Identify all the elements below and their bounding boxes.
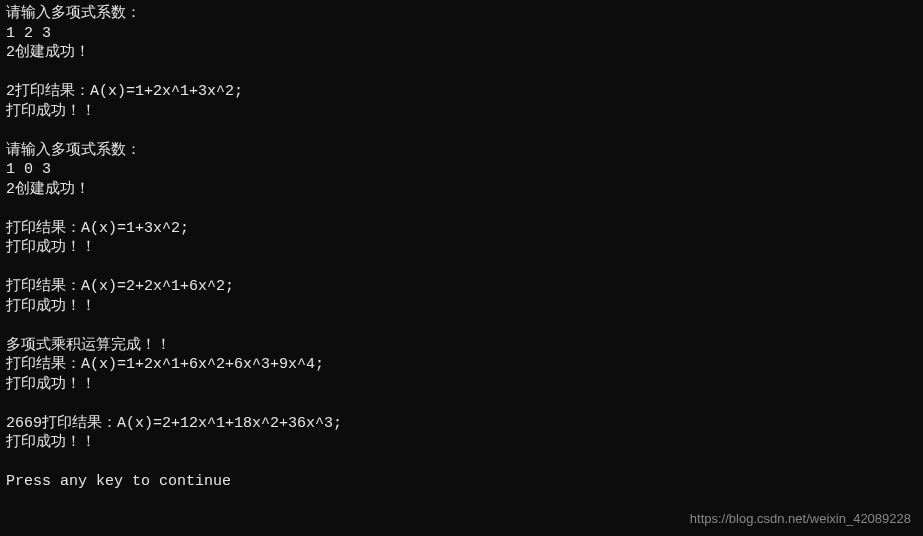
console-line: 打印结果：A(x)=1+3x^2; xyxy=(6,219,917,239)
console-line: 打印成功！！ xyxy=(6,297,917,317)
console-line xyxy=(6,121,917,141)
console-line: 打印成功！！ xyxy=(6,433,917,453)
console-line: 2669打印结果：A(x)=2+12x^1+18x^2+36x^3; xyxy=(6,414,917,434)
console-line: 打印成功！！ xyxy=(6,238,917,258)
console-line xyxy=(6,453,917,473)
console-line: 打印成功！！ xyxy=(6,102,917,122)
console-line: 请输入多项式系数： xyxy=(6,141,917,161)
console-line: 2打印结果：A(x)=1+2x^1+3x^2; xyxy=(6,82,917,102)
console-line xyxy=(6,199,917,219)
console-line: 2创建成功！ xyxy=(6,180,917,200)
watermark-text: https://blog.csdn.net/weixin_42089228 xyxy=(690,511,911,528)
console-line: Press any key to continue xyxy=(6,472,917,492)
console-line: 多项式乘积运算完成！！ xyxy=(6,336,917,356)
console-line: 请输入多项式系数： xyxy=(6,4,917,24)
console-line xyxy=(6,316,917,336)
console-line: 1 0 3 xyxy=(6,160,917,180)
console-output: 请输入多项式系数：1 2 32创建成功！ 2打印结果：A(x)=1+2x^1+3… xyxy=(6,4,917,492)
console-line: 2创建成功！ xyxy=(6,43,917,63)
console-line xyxy=(6,63,917,83)
console-line xyxy=(6,394,917,414)
console-line: 打印成功！！ xyxy=(6,375,917,395)
console-line: 打印结果：A(x)=1+2x^1+6x^2+6x^3+9x^4; xyxy=(6,355,917,375)
console-line: 1 2 3 xyxy=(6,24,917,44)
console-line xyxy=(6,258,917,278)
console-line: 打印结果：A(x)=2+2x^1+6x^2; xyxy=(6,277,917,297)
